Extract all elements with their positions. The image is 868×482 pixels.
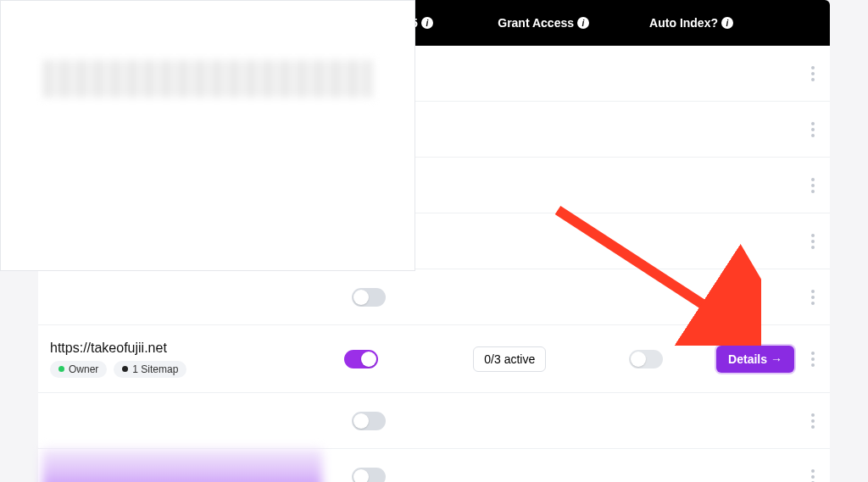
enable-toggle[interactable]	[352, 412, 386, 430]
grant-access-pill[interactable]: 0/3 active	[473, 346, 546, 372]
table-row	[38, 393, 830, 449]
enable-toggle[interactable]	[352, 468, 386, 483]
row-menu-button[interactable]	[806, 464, 820, 483]
enable-toggle[interactable]	[344, 350, 378, 368]
header-grant-access: Grant Access i	[453, 16, 589, 30]
info-icon[interactable]: i	[721, 17, 733, 29]
row-menu-button[interactable]	[806, 346, 820, 372]
info-icon[interactable]: i	[421, 17, 433, 29]
table-row	[38, 269, 830, 325]
auto-index-toggle[interactable]	[629, 350, 663, 368]
details-button-label: Details	[728, 352, 767, 366]
table-row: https://takeofujii.net Owner 1 Sitemap 0…	[38, 325, 830, 393]
header-grant-label: Grant Access	[498, 16, 574, 30]
row-menu-button[interactable]	[806, 61, 820, 86]
overlay-panel	[0, 0, 415, 271]
row-menu-button[interactable]	[806, 408, 820, 434]
blurred-content	[42, 449, 322, 482]
sitemap-badge: 1 Sitemap	[114, 361, 186, 378]
row-menu-button[interactable]	[806, 173, 820, 198]
header-auto-index: Auto Index? i	[589, 16, 733, 30]
arrow-right-icon: →	[771, 352, 782, 366]
sitemap-badge-label: 1 Sitemap	[132, 363, 178, 375]
site-url: https://takeofujii.net	[50, 341, 344, 356]
status-dot-icon	[58, 366, 64, 372]
dot-icon	[122, 366, 128, 372]
row-menu-button[interactable]	[806, 285, 820, 310]
row-menu-button[interactable]	[806, 229, 820, 254]
owner-badge: Owner	[50, 361, 107, 378]
header-auto-label: Auto Index?	[649, 16, 718, 30]
blurred-content	[43, 60, 372, 97]
owner-badge-label: Owner	[69, 363, 98, 375]
row-menu-button[interactable]	[806, 117, 820, 142]
details-button[interactable]: Details →	[716, 346, 794, 373]
enable-toggle[interactable]	[352, 288, 386, 307]
info-icon[interactable]: i	[577, 17, 589, 29]
